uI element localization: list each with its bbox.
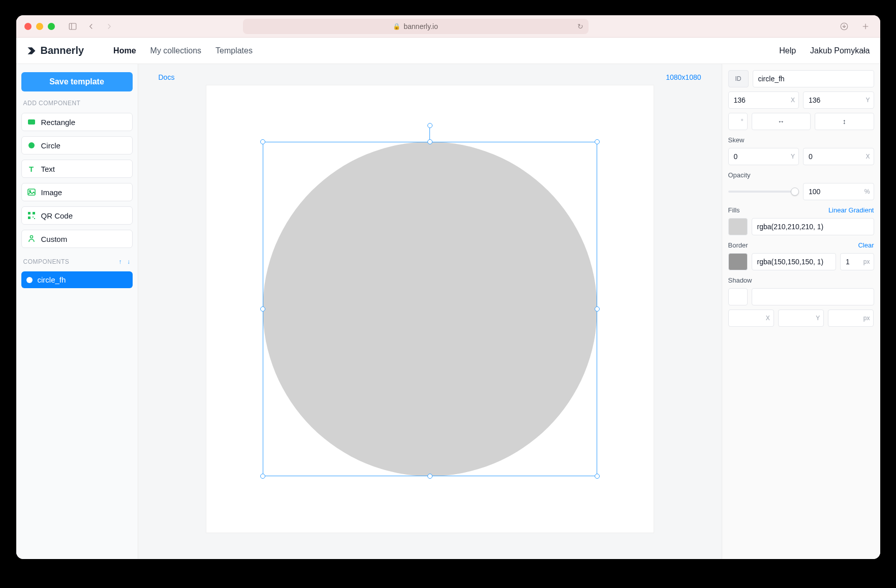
artboard[interactable] xyxy=(206,85,654,533)
save-template-button[interactable]: Save template xyxy=(21,72,133,91)
fill-color-input[interactable] xyxy=(752,218,874,235)
custom-icon xyxy=(27,234,36,243)
flip-horizontal-button[interactable]: ↔ xyxy=(752,113,811,130)
add-qrcode-button[interactable]: QR Code xyxy=(21,206,133,225)
traffic-lights xyxy=(24,23,55,30)
fill-swatch[interactable] xyxy=(728,218,748,235)
close-window-icon[interactable] xyxy=(24,23,32,30)
app-header: Bannerly Home My collections Templates H… xyxy=(16,38,880,64)
downloads-icon[interactable] xyxy=(838,21,851,32)
flip-horizontal-icon: ↔ xyxy=(778,117,785,126)
shadow-color-input[interactable] xyxy=(752,288,874,305)
add-circle-label: Circle xyxy=(41,141,60,150)
skew-x-input[interactable] xyxy=(803,148,874,165)
svg-rect-12 xyxy=(33,216,34,218)
sel-handle-e[interactable] xyxy=(595,306,600,312)
nav-forward-icon[interactable] xyxy=(103,21,116,32)
add-custom-label: Custom xyxy=(41,235,68,243)
selection-box[interactable] xyxy=(263,142,597,476)
nav-templates[interactable]: Templates xyxy=(215,46,253,55)
svg-point-14 xyxy=(30,236,33,238)
move-up-icon[interactable]: ↑ xyxy=(119,258,122,265)
border-label: Border xyxy=(728,239,748,249)
text-icon: T xyxy=(27,164,36,173)
svg-rect-11 xyxy=(28,216,30,219)
add-text-button[interactable]: T Text xyxy=(21,160,133,178)
nav-collections[interactable]: My collections xyxy=(150,46,201,55)
id-label: ID xyxy=(728,70,749,87)
components-label: COMPONENTS xyxy=(23,258,70,265)
rotation-input[interactable] xyxy=(728,113,748,130)
border-swatch[interactable] xyxy=(728,253,748,270)
browser-window: 🔒 bannerly.io ↻ Bannerly Home My collect… xyxy=(16,15,880,559)
shadow-swatch[interactable] xyxy=(728,288,748,305)
fills-label: Fills xyxy=(728,204,740,214)
nav-user[interactable]: Jakub Pomykała xyxy=(810,46,870,55)
url-bar[interactable]: 🔒 bannerly.io ↻ xyxy=(243,19,589,34)
brand-name: Bannerly xyxy=(41,45,84,56)
left-sidebar: Save template ADD COMPONENT Rectangle Ci… xyxy=(16,64,138,559)
sel-handle-ne[interactable] xyxy=(595,139,600,144)
nav-back-icon[interactable] xyxy=(84,21,98,32)
fullscreen-window-icon[interactable] xyxy=(48,23,55,30)
docs-link[interactable]: Docs xyxy=(159,73,175,81)
opacity-slider[interactable] xyxy=(728,191,799,193)
url-host: bannerly.io xyxy=(404,22,438,30)
sel-handle-sw[interactable] xyxy=(260,474,265,479)
add-custom-button[interactable]: Custom xyxy=(21,230,133,248)
opacity-input[interactable] xyxy=(803,183,874,200)
sel-handle-n[interactable] xyxy=(427,139,432,144)
qrcode-icon xyxy=(27,211,36,220)
border-clear-link[interactable]: Clear xyxy=(858,241,874,249)
component-item-label: circle_fh xyxy=(38,275,66,284)
nav-home[interactable]: Home xyxy=(113,46,136,55)
lock-icon: 🔒 xyxy=(393,23,400,30)
svg-point-6 xyxy=(28,142,35,148)
reload-icon[interactable]: ↻ xyxy=(577,22,583,30)
sel-handle-w[interactable] xyxy=(260,306,265,312)
add-rectangle-label: Rectangle xyxy=(41,118,76,127)
svg-point-8 xyxy=(29,191,30,192)
sel-handle-nw[interactable] xyxy=(260,139,265,144)
rectangle-icon xyxy=(27,117,36,127)
pos-x-input[interactable] xyxy=(728,91,799,109)
sidebar-toggle-icon[interactable] xyxy=(66,21,79,32)
add-image-label: Image xyxy=(41,188,63,197)
shadow-label: Shadow xyxy=(728,274,874,284)
add-rectangle-button[interactable]: Rectangle xyxy=(21,113,133,131)
brand[interactable]: Bannerly xyxy=(26,45,84,56)
flip-vertical-button[interactable]: ↕ xyxy=(815,113,874,130)
minimize-window-icon[interactable] xyxy=(36,23,43,30)
skew-label: Skew xyxy=(728,134,874,144)
new-tab-icon[interactable] xyxy=(859,21,872,32)
svg-rect-10 xyxy=(33,212,35,214)
brand-logo-icon xyxy=(26,46,37,56)
svg-rect-9 xyxy=(28,212,30,214)
sel-handle-s[interactable] xyxy=(427,474,432,479)
rotate-handle[interactable] xyxy=(427,123,432,128)
nav-help[interactable]: Help xyxy=(779,46,796,55)
main-nav: Home My collections Templates xyxy=(113,46,253,55)
svg-rect-0 xyxy=(69,23,76,29)
pos-y-input[interactable] xyxy=(803,91,874,109)
canvas-dimensions: 1080x1080 xyxy=(666,73,701,81)
add-text-label: Text xyxy=(41,165,55,173)
canvas-area[interactable]: Docs 1080x1080 xyxy=(138,64,722,559)
skew-y-input[interactable] xyxy=(728,148,799,165)
move-down-icon[interactable]: ↓ xyxy=(127,258,130,265)
sel-handle-se[interactable] xyxy=(595,474,600,479)
fills-gradient-link[interactable]: Linear Gradient xyxy=(828,206,874,214)
id-input[interactable] xyxy=(753,70,874,87)
component-item-circle_fh[interactable]: circle_fh xyxy=(21,271,133,288)
add-image-button[interactable]: Image xyxy=(21,183,133,201)
properties-panel: ID X Y ° ↔ ↕ Skew Y X Opacity % xyxy=(722,64,880,559)
image-icon xyxy=(27,188,36,197)
opacity-label: Opacity xyxy=(728,169,874,179)
border-color-input[interactable] xyxy=(752,253,836,270)
add-component-label: ADD COMPONENT xyxy=(21,97,133,108)
circle-glyph-icon xyxy=(26,277,33,283)
add-circle-button[interactable]: Circle xyxy=(21,136,133,154)
flip-vertical-icon: ↕ xyxy=(843,117,846,126)
add-qrcode-label: QR Code xyxy=(41,211,73,220)
circle-icon xyxy=(27,141,36,150)
